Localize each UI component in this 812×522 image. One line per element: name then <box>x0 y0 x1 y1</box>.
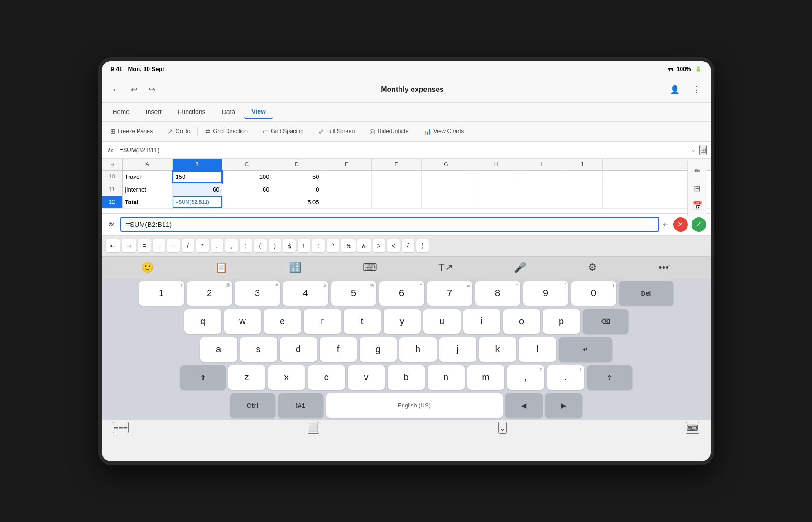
cell-c12[interactable] <box>222 196 272 208</box>
key-l[interactable]: l <box>519 337 556 362</box>
key-dot[interactable]: . <box>211 239 223 252</box>
cell-f11[interactable] <box>372 183 422 196</box>
key-b[interactable]: b <box>388 365 425 390</box>
key-5[interactable]: 5% <box>331 281 376 306</box>
key-caret[interactable]: ^ <box>327 239 339 252</box>
key-comma[interactable]: , <box>225 239 238 252</box>
cell-f10[interactable] <box>372 171 422 183</box>
key-backspace[interactable]: ⌫ <box>583 309 628 334</box>
key-9[interactable]: 9( <box>523 281 568 306</box>
formula-side-button[interactable]: ⊞ <box>699 145 707 155</box>
key-g[interactable]: g <box>360 337 397 362</box>
cell-a11[interactable]: |Internet <box>123 183 173 196</box>
cell-j11[interactable] <box>562 183 603 196</box>
fullscreen-button[interactable]: ⤢ Full Screen <box>314 125 359 137</box>
text-format-button[interactable]: T↗ <box>438 262 452 273</box>
cell-i12[interactable] <box>521 196 562 208</box>
key-open-paren[interactable]: ( <box>254 239 267 252</box>
tab-view[interactable]: View <box>244 105 273 119</box>
cell-e11[interactable] <box>322 183 372 196</box>
clipboard-button[interactable]: 📋 <box>215 262 227 273</box>
key-8[interactable]: 8* <box>475 281 520 306</box>
cell-a10[interactable]: Travel <box>123 171 173 183</box>
formula-display[interactable]: =SUM(B2:B11) <box>120 147 687 153</box>
key-i[interactable]: i <box>463 309 500 334</box>
key-enter[interactable]: ↵ <box>559 337 612 362</box>
key-a[interactable]: a <box>200 337 237 362</box>
col-header-i[interactable]: I <box>521 159 562 171</box>
col-header-h[interactable]: H <box>471 159 521 171</box>
key-ampersand[interactable]: & <box>357 239 370 252</box>
key-j[interactable]: j <box>439 337 476 362</box>
cell-b10[interactable]: 150 <box>173 171 222 183</box>
key-h[interactable]: h <box>399 337 437 362</box>
col-header-c[interactable]: C <box>222 159 272 171</box>
col-header-j[interactable]: J <box>562 159 603 171</box>
grid-direction-button[interactable]: ⇄ Grid Direction <box>201 125 252 137</box>
key-t[interactable]: t <box>344 309 381 334</box>
tab-functions[interactable]: Functions <box>171 105 213 118</box>
key-w[interactable]: w <box>224 309 261 334</box>
cell-g12[interactable] <box>422 196 471 208</box>
cell-i11[interactable] <box>521 183 562 196</box>
cell-j10[interactable] <box>562 171 603 183</box>
key-dollar[interactable]: $ <box>283 239 296 252</box>
key-1[interactable]: 1! <box>139 281 184 306</box>
key-arrow-left[interactable]: ◀ <box>505 393 543 418</box>
key-q[interactable]: q <box>184 309 221 334</box>
key-del[interactable]: Del <box>619 281 673 306</box>
key-0[interactable]: 0) <box>571 281 616 306</box>
more-options-button[interactable]: ⋮ <box>690 83 703 96</box>
formula-confirm-button[interactable]: ✓ <box>692 217 706 232</box>
key-r[interactable]: r <box>304 309 341 334</box>
key-m[interactable]: m <box>467 365 504 390</box>
more-keyboard-button[interactable]: ••• <box>658 262 671 273</box>
key-v[interactable]: v <box>348 365 385 390</box>
calc-button[interactable]: 🔢 <box>289 262 301 273</box>
formula-input-field[interactable] <box>120 217 659 232</box>
key-equals[interactable]: = <box>138 239 151 252</box>
key-4[interactable]: 4$ <box>283 281 328 306</box>
hide-unhide-button[interactable]: ◎ Hide/Unhide <box>365 125 413 137</box>
key-colon[interactable]: : <box>312 239 325 252</box>
key-z[interactable]: z <box>228 365 265 390</box>
key-close-paren[interactable]: ) <box>269 239 281 252</box>
key-u[interactable]: u <box>423 309 461 334</box>
cell-f12[interactable] <box>372 196 422 208</box>
keyboard-layout-button[interactable]: ⌨ <box>363 262 377 273</box>
account-button[interactable]: 👤 <box>667 83 682 96</box>
mic-button[interactable]: 🎤 <box>514 262 526 273</box>
key-x[interactable]: x <box>268 365 305 390</box>
cell-d10[interactable]: 50 <box>272 171 322 183</box>
key-open-brace[interactable]: { <box>402 239 414 252</box>
key-shift-left[interactable]: ⇧ <box>180 365 226 390</box>
key-k[interactable]: k <box>479 337 516 362</box>
key-asterisk[interactable]: * <box>196 239 209 252</box>
cell-c11[interactable]: 60 <box>222 183 272 196</box>
col-header-e[interactable]: E <box>322 159 372 171</box>
key-space[interactable]: English (US) <box>326 393 503 418</box>
cell-g10[interactable] <box>422 171 471 183</box>
key-symbols[interactable]: !#1 <box>278 393 323 418</box>
enter-icon[interactable]: ↵ <box>663 220 670 230</box>
cell-i10[interactable] <box>521 171 562 183</box>
key-d[interactable]: d <box>280 337 317 362</box>
cell-h11[interactable] <box>471 183 521 196</box>
formula-cancel-button[interactable]: ✕ <box>673 217 688 232</box>
cell-d11[interactable]: 0 <box>272 183 322 196</box>
key-shift-right[interactable]: ⇧ <box>587 365 632 390</box>
cell-e12[interactable] <box>322 196 372 208</box>
cell-b12[interactable]: =SUM(B2:B11) <box>173 196 222 208</box>
grid-spacing-button[interactable]: ▭ Grid Spacing <box>258 125 308 137</box>
emoji-button[interactable]: 🙂 <box>141 262 154 273</box>
key-close-brace[interactable]: } <box>416 239 429 252</box>
freeze-panes-button[interactable]: ⊞ Freeze Panes <box>106 125 158 137</box>
col-header-d[interactable]: D <box>272 159 322 171</box>
view-charts-button[interactable]: 📊 View Charts <box>419 125 468 137</box>
auto-fill-button[interactable]: ✏ <box>690 163 705 179</box>
key-y[interactable]: y <box>384 309 421 334</box>
key-arrow-right[interactable]: ▶ <box>545 393 582 418</box>
key-6[interactable]: 6^ <box>379 281 424 306</box>
tab-home[interactable]: Home <box>106 105 137 118</box>
cell-j12[interactable] <box>562 196 603 208</box>
